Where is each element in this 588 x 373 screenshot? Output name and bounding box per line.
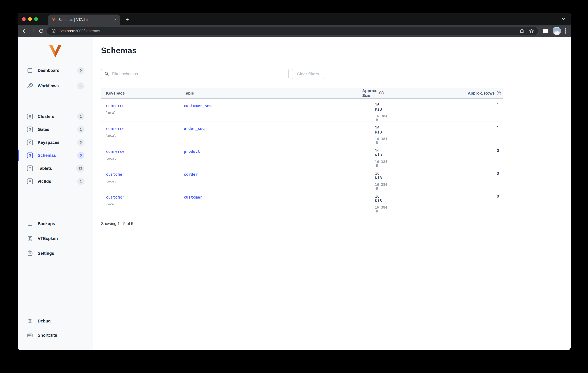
table-link[interactable]: product bbox=[184, 149, 200, 154]
table-cell: corder bbox=[179, 167, 375, 190]
sidebar-item-label: Backups bbox=[38, 221, 84, 226]
sidebar-item-keyspaces[interactable]: KKeyspaces3 bbox=[18, 137, 93, 148]
profile-avatar[interactable] bbox=[553, 27, 561, 35]
browser-window: Schemas | VTAdmin × + localhost:3000/sch… bbox=[18, 13, 571, 350]
browser-tab-strip: Schemas | VTAdmin × + bbox=[18, 13, 571, 25]
sidebar-item-gates[interactable]: GGates1 bbox=[18, 124, 93, 135]
table-link[interactable]: corder bbox=[184, 172, 198, 177]
approx-rows-cell: 0 bbox=[446, 167, 503, 190]
wrench-icon bbox=[27, 83, 33, 89]
back-button[interactable] bbox=[20, 27, 29, 35]
column-header-table[interactable]: Table bbox=[179, 91, 375, 96]
size-bytes: 16,384 B bbox=[375, 183, 378, 190]
approx-rows-cell: 1 bbox=[446, 99, 503, 122]
sidebar-item-label: Schemas bbox=[38, 153, 77, 158]
window-close-button[interactable] bbox=[22, 17, 26, 21]
browser-tab[interactable]: Schemas | VTAdmin × bbox=[48, 14, 120, 25]
rows-value: 1 bbox=[446, 103, 499, 107]
sidebar: Dashboard0Workflows1 RClusters1GGates1KK… bbox=[18, 37, 93, 350]
browser-menu-icon[interactable] bbox=[565, 28, 566, 33]
count-badge: 3 bbox=[77, 139, 84, 146]
clear-filters-button[interactable]: Clear filters bbox=[292, 69, 325, 79]
count-badge: 5 bbox=[77, 152, 84, 159]
forward-button[interactable] bbox=[29, 27, 37, 35]
url-text: localhost:3000/schemas bbox=[59, 29, 100, 33]
keyspace-link[interactable]: commerce bbox=[106, 149, 125, 154]
sidebar-item-debug[interactable]: Debug bbox=[18, 316, 93, 327]
tab-close-icon[interactable]: × bbox=[113, 17, 118, 22]
rows-value: 0 bbox=[446, 148, 499, 153]
table-row: commercelocalorder_seq16 KiB16,384 B1 bbox=[101, 121, 503, 144]
bookmark-star-icon[interactable] bbox=[529, 28, 534, 33]
window-controls bbox=[22, 17, 38, 21]
reload-button[interactable] bbox=[37, 27, 45, 35]
sidebar-item-label: Tablets bbox=[38, 166, 76, 171]
keyspace-cell: commercelocal bbox=[101, 121, 179, 145]
table-link[interactable]: customer_seq bbox=[184, 104, 212, 108]
back-icon bbox=[22, 28, 27, 34]
sidebar-item-label: Dashboard bbox=[38, 68, 77, 73]
keyspace-link[interactable]: commerce bbox=[106, 126, 125, 131]
column-header-keyspace[interactable]: Keyspace bbox=[101, 91, 179, 96]
sidebar-item-schemas[interactable]: SSchemas5 bbox=[18, 150, 93, 161]
reload-icon bbox=[39, 28, 44, 33]
sidebar-nav-debug: DebugShortcuts bbox=[18, 316, 93, 350]
table-row: commercelocalproduct16 KiB16,384 B0 bbox=[101, 144, 503, 167]
bug-icon bbox=[27, 318, 33, 324]
help-icon[interactable]: ? bbox=[497, 91, 501, 95]
vitess-favicon bbox=[52, 17, 56, 22]
cluster-name: local bbox=[106, 179, 179, 183]
sidebar-item-vtexplain[interactable]: VTExplain bbox=[18, 233, 93, 244]
sidebar-item-label: VTExplain bbox=[38, 236, 84, 241]
share-icon[interactable] bbox=[519, 28, 525, 33]
help-icon[interactable]: ? bbox=[379, 91, 384, 95]
table-link[interactable]: customer bbox=[184, 195, 202, 199]
sidebar-item-dashboard[interactable]: Dashboard0 bbox=[18, 65, 93, 76]
window-minimize-button[interactable] bbox=[28, 17, 32, 21]
site-info-icon[interactable] bbox=[51, 29, 56, 33]
approx-rows-cell: 0 bbox=[446, 144, 503, 167]
page-title: Schemas bbox=[101, 46, 571, 55]
size-value: 16 KiB bbox=[375, 194, 378, 203]
tablet-letter-icon: T bbox=[27, 165, 33, 172]
pagination-status: Showing 1 - 5 of 5 bbox=[101, 221, 571, 226]
tab-search-chevron-icon[interactable] bbox=[561, 16, 566, 21]
new-tab-button[interactable]: + bbox=[123, 15, 131, 23]
sidebar-item-backups[interactable]: Backups bbox=[18, 218, 93, 229]
window-zoom-button[interactable] bbox=[34, 17, 38, 21]
search-wrap bbox=[101, 69, 289, 79]
sidebar-item-workflows[interactable]: Workflows1 bbox=[18, 80, 93, 91]
sidebar-item-label: Shortcuts bbox=[38, 333, 84, 338]
column-header-approx-size[interactable]: Approx. Size? bbox=[375, 88, 446, 98]
size-value: 16 KiB bbox=[375, 148, 378, 157]
size-bytes: 16,384 B bbox=[375, 114, 378, 122]
count-badge: 1 bbox=[77, 82, 84, 89]
sidebar-item-vtctlds[interactable]: Vvtctlds1 bbox=[18, 176, 93, 187]
table-header-row: Keyspace Table Approx. Size? Approx. Row… bbox=[101, 88, 503, 99]
sidebar-nav-tools: BackupsVTExplainSettings bbox=[18, 218, 93, 263]
approx-rows-cell: 1 bbox=[446, 121, 503, 145]
schemas-table: Keyspace Table Approx. Size? Approx. Row… bbox=[101, 88, 503, 213]
keyboard-icon bbox=[27, 332, 33, 338]
keyspace-link[interactable]: customer bbox=[106, 172, 125, 177]
side-panel-icon[interactable] bbox=[543, 29, 548, 33]
filter-schemas-input[interactable] bbox=[101, 69, 289, 79]
cluster-name: local bbox=[106, 134, 179, 138]
keyspace-link[interactable]: customer bbox=[106, 195, 125, 199]
table-cell: order_seq bbox=[179, 121, 375, 145]
sidebar-item-shortcuts[interactable]: Shortcuts bbox=[18, 330, 93, 341]
keyspace-link[interactable]: commerce bbox=[106, 104, 125, 108]
address-bar[interactable]: localhost:3000/schemas bbox=[47, 27, 538, 35]
sidebar-item-tablets[interactable]: TTablets12 bbox=[18, 163, 93, 174]
filter-row: Clear filters bbox=[101, 69, 571, 79]
sidebar-nav-main: Dashboard0Workflows1 bbox=[18, 65, 93, 96]
download-icon bbox=[27, 221, 33, 227]
sidebar-item-settings[interactable]: Settings bbox=[18, 248, 93, 259]
sidebar-item-clusters[interactable]: RClusters1 bbox=[18, 111, 93, 122]
column-header-approx-rows[interactable]: Approx. Rows? bbox=[446, 91, 503, 96]
count-badge: 1 bbox=[77, 126, 84, 133]
approx-size-cell: 16 KiB16,384 B bbox=[375, 144, 446, 167]
table-link[interactable]: order_seq bbox=[184, 126, 205, 131]
keyspace-cell: commercelocal bbox=[101, 99, 179, 122]
size-bytes: 16,384 B bbox=[375, 137, 378, 145]
